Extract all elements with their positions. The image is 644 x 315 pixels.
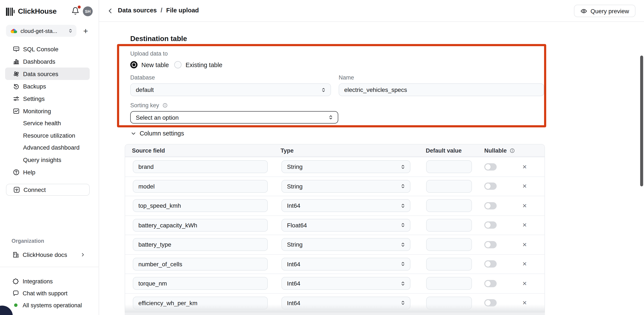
type-select[interactable]: Int64 — [282, 199, 410, 212]
sidebar-item-settings[interactable]: Settings — [5, 92, 90, 105]
sidebar-item-label: Settings — [23, 95, 45, 102]
dashboards-icon — [13, 58, 20, 65]
source-field-input[interactable] — [133, 160, 268, 173]
sidebar-item-service-health[interactable]: Service health — [0, 117, 99, 129]
sidebar-item-chat-support[interactable]: Chat with support — [5, 287, 95, 299]
toggle-knob — [485, 203, 491, 209]
sorting-key-select[interactable]: Select an option — [130, 111, 338, 124]
sidebar-item-integrations[interactable]: Integrations — [5, 275, 95, 287]
page-title: Destination table — [130, 35, 187, 43]
type-select[interactable]: Int64 — [282, 277, 410, 290]
vertical-scrollbar[interactable] — [640, 56, 643, 186]
sidebar-item-label: Monitoring — [23, 108, 51, 114]
default-value-input[interactable] — [426, 258, 472, 270]
type-select-value: String — [287, 183, 302, 190]
source-field-input[interactable] — [133, 180, 268, 193]
source-field-input[interactable] — [133, 277, 268, 290]
radio-existing-table-label: Existing table — [186, 61, 222, 68]
nullable-toggle[interactable] — [484, 241, 497, 248]
source-field-input[interactable] — [133, 238, 268, 251]
connect-button[interactable]: Connect — [6, 184, 90, 196]
radio-selected-icon[interactable] — [130, 61, 138, 68]
info-icon — [162, 103, 168, 108]
backups-icon — [13, 83, 20, 90]
type-select[interactable]: Int64 — [282, 258, 410, 270]
sidebar-item-label: SQL Console — [23, 46, 58, 52]
table-row: Int64 ✕ — [125, 293, 544, 312]
settings-icon — [13, 95, 20, 102]
nullable-toggle[interactable] — [484, 280, 497, 287]
notifications-button[interactable] — [71, 7, 80, 15]
toggle-knob — [485, 242, 491, 247]
docs-building-icon — [12, 251, 19, 258]
default-value-input[interactable] — [426, 180, 472, 193]
type-select[interactable]: String — [282, 160, 410, 173]
default-value-input[interactable] — [426, 219, 472, 232]
query-preview-button[interactable]: Query preview — [574, 5, 636, 17]
default-value-input[interactable] — [426, 160, 472, 173]
remove-row-button[interactable]: ✕ — [520, 299, 529, 307]
table-name-input[interactable] — [339, 83, 544, 96]
sidebar-item-help[interactable]: Help — [5, 166, 90, 178]
type-select[interactable]: String — [282, 238, 410, 251]
type-select[interactable]: Float64 — [282, 219, 410, 232]
radio-existing-table[interactable]: Existing table — [174, 61, 222, 68]
source-field-input[interactable] — [133, 219, 268, 232]
source-field-input[interactable] — [133, 199, 268, 212]
help-icon — [13, 169, 20, 175]
back-button[interactable] — [107, 7, 114, 15]
sidebar-item-backups[interactable]: Backups — [5, 80, 90, 92]
radio-new-table[interactable]: New table — [130, 61, 169, 68]
type-select[interactable]: String — [282, 180, 410, 193]
nullable-toggle[interactable] — [484, 163, 497, 171]
remove-row-button[interactable]: ✕ — [520, 260, 529, 268]
connect-icon — [13, 186, 20, 193]
sidebar-item-sql-console[interactable]: SQL Console — [5, 43, 90, 55]
eye-icon — [580, 8, 587, 14]
remove-row-button[interactable]: ✕ — [520, 163, 529, 171]
nullable-toggle[interactable] — [484, 183, 497, 190]
source-field-input[interactable] — [133, 297, 268, 309]
type-select[interactable]: Int64 — [282, 297, 410, 309]
sidebar-item-label: Help — [23, 169, 36, 175]
nullable-toggle[interactable] — [484, 260, 497, 268]
sidebar-item-monitoring[interactable]: Monitoring — [5, 105, 90, 117]
chevron-updown-icon — [400, 261, 406, 267]
default-value-input[interactable] — [426, 238, 472, 251]
sidebar-item-clickhouse-docs[interactable]: ClickHouse docs — [5, 248, 90, 261]
monitoring-icon — [13, 108, 20, 114]
organization-section-label: Organization — [12, 238, 44, 244]
default-value-input[interactable] — [426, 277, 472, 290]
nullable-toggle[interactable] — [484, 299, 497, 307]
nullable-toggle[interactable] — [484, 202, 497, 209]
system-status[interactable]: All systems operational — [5, 299, 95, 311]
remove-row-button[interactable]: ✕ — [520, 221, 529, 229]
remove-row-button[interactable]: ✕ — [520, 202, 529, 210]
header-default-value: Default value — [426, 147, 484, 154]
radio-unselected-icon[interactable] — [174, 61, 182, 68]
database-select[interactable]: default — [130, 83, 331, 96]
sql-console-icon — [13, 46, 20, 52]
table-row: Int64 ✕ — [125, 196, 544, 215]
workspace-selector[interactable]: cloud-get-sta... — [6, 25, 76, 37]
remove-row-button[interactable]: ✕ — [520, 182, 529, 190]
avatar[interactable]: SH — [83, 7, 93, 16]
brand-logo[interactable]: ClickHouse — [6, 6, 56, 17]
add-service-button[interactable]: + — [83, 27, 88, 35]
sidebar-item-resource-utilization[interactable]: Resource utilization — [0, 129, 99, 141]
table-header-row: Source field Type Default value Nullable — [125, 144, 544, 157]
default-value-input[interactable] — [426, 297, 472, 309]
sorting-key-placeholder: Select an option — [136, 114, 179, 121]
remove-row-button[interactable]: ✕ — [520, 279, 529, 288]
source-field-input[interactable] — [133, 258, 268, 270]
sidebar-item-data-sources[interactable]: Data sources — [5, 68, 90, 80]
remove-row-button[interactable]: ✕ — [520, 241, 529, 249]
breadcrumb-data-sources[interactable]: Data sources — [118, 7, 157, 14]
sidebar-item-query-insights[interactable]: Query insights — [0, 154, 99, 166]
column-settings-toggle[interactable]: Column settings — [131, 130, 184, 137]
default-value-input[interactable] — [426, 199, 472, 212]
info-icon — [509, 148, 515, 153]
sidebar-item-advanced-dashboard[interactable]: Advanced dashboard — [0, 141, 99, 154]
sidebar-item-dashboards[interactable]: Dashboards — [5, 55, 90, 68]
nullable-toggle[interactable] — [484, 222, 497, 229]
